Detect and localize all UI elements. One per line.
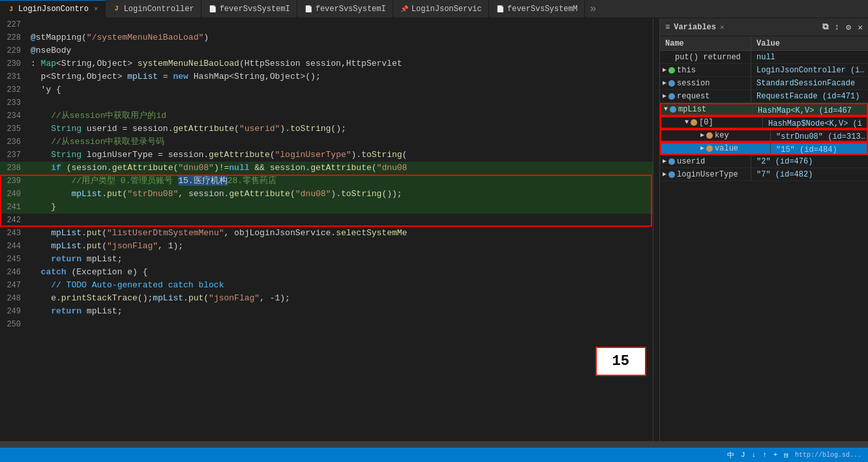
panel-close-x[interactable]: ✕ [720,23,725,31]
line-content-235: String userid = session.getAttribute("us… [27,123,653,136]
var-value-loginUserType: "7" (id=482) [751,168,868,180]
var-name-put-returned: put() returned [660,51,751,63]
panel-settings-btn[interactable]: ⚙ [846,22,851,33]
tab-feverSvsSystemI2[interactable]: 📄 feverSvsSystemI [297,0,393,18]
code-line-228: 228 @stMapping("/systemMenuNeiBaoLoad") [0,31,653,44]
var-name-userid: ▶ userid [660,155,751,167]
var-name-loginUserType: ▶ loginUserType [660,168,751,180]
expand-arrow-key[interactable]: ▶ [700,130,704,141]
dot-icon-loginUserType [668,171,675,178]
editor-area: 227 228 @stMapping("/systemMenuNeiBaoLoa… [0,18,653,448]
var-row-session[interactable]: ▶ session StandardSessionFacade [660,77,868,90]
line-content-234: //从session中获取用户的id [27,109,653,123]
line-content-241: } [27,201,653,214]
var-row-request[interactable]: ▶ request RequestFacade (id=471) [660,90,868,103]
var-value-mpList: HashMap<K,V> (id=467 [753,104,867,115]
code-line-233: 233 [0,96,653,109]
status-item-j: J [741,451,745,459]
line-content-227 [27,18,653,31]
var-name-value: ▶ value [680,143,771,154]
tab-icon-loginJsonContro: J [7,5,16,14]
editor-scrollbar[interactable] [653,18,659,448]
tab-label-feverSvsSystemI2: feverSvsSystemI [316,5,386,14]
var-row-0[interactable]: ▼ [0] HashMap$Node<K,V> (i [660,116,868,129]
code-line-243: 243 mpList.put("listUserDtmSystemMenu", … [0,227,653,240]
line-number-238: 238 [0,162,27,175]
var-row-put-returned[interactable]: put() returned null [660,51,868,64]
status-url: http://blog.sd... [795,452,861,459]
line-content-244: mpList.put("jsonFlag", 1); [27,240,653,253]
code-lines: 227 228 @stMapping("/systemMenuNeiBaoLoa… [0,18,653,448]
var-value-key: "strDnu08" (id=3132) [771,130,867,141]
panel-header: ≡ Variables ✕ ⧉ ↕ ⚙ ✕ [660,18,868,36]
dot-icon-mpList [670,106,676,113]
var-row-this[interactable]: ▶ this LoginJsonController (id= [660,64,868,77]
dot-icon-request [668,93,675,100]
code-line-237: 237 String loginUserType = session.getAt… [0,149,653,162]
line-number-245: 245 [0,253,27,266]
expand-arrow-mpList[interactable]: ▼ [664,104,668,115]
status-item-minus: ⊟ [784,451,788,459]
var-row-mpList[interactable]: ▼ mpList HashMap<K,V> (id=467 [660,103,868,116]
expand-arrow-request[interactable]: ▶ [663,90,666,102]
var-label-key: key [715,130,729,141]
panel-expand-btn[interactable]: ↕ [835,22,840,32]
line-number-233: 233 [0,96,27,109]
tab-label-feverSvsSystemI1: feverSvsSystemI [220,5,290,14]
tab-close-loginJsonContro[interactable]: × [94,5,98,13]
status-item-up: ↑ [762,451,767,459]
code-line-230: 230 : Map<String,Object> systemMenuNeiBa… [0,57,653,70]
line-number-241: 241 [0,201,27,214]
panel-minimize-btn[interactable]: ⧉ [822,22,828,32]
dot-icon-key [706,132,713,139]
tab-loginController[interactable]: J LoginController [106,0,202,18]
variables-hscrollbar[interactable] [0,441,868,448]
tab-icon-feverSvsSystemM: 📄 [496,5,505,14]
var-label-value: value [715,143,738,154]
var-value-0: HashMap$Node<K,V> (i [763,117,867,128]
expand-arrow-value[interactable]: ▶ [700,143,704,154]
var-name-session: ▶ session [660,77,751,89]
line-number-237: 237 [0,149,27,162]
dot-icon-userid [668,158,675,165]
panel-close-btn[interactable]: ✕ [858,22,863,33]
var-row-userid[interactable]: ▶ userid "2" (id=476) [660,155,868,168]
expand-arrow-0[interactable]: ▼ [685,117,689,128]
line-content-240: mpList.put("strDnu08", session.getAttrib… [27,188,653,201]
line-number-229: 229 [0,44,27,57]
line-content-230: : Map<String,Object> systemMenuNeiBaoLoa… [27,57,653,70]
tab-overflow[interactable]: » [585,3,602,15]
tab-icon-feverSvsSystemI1: 📄 [208,5,217,14]
expand-arrow-userid[interactable]: ▶ [663,155,666,167]
dot-icon-0 [691,119,697,126]
line-content-228: @stMapping("/systemMenuNeiBaoLoad") [27,31,653,44]
var-value-put-returned: null [751,51,868,63]
line-content-248: e.printStackTrace();mpList.put("jsonFlag… [27,292,653,305]
code-line-239: 239 //用户类型 0.管理员账号 15.医疗机构28.零售药店 [0,175,653,188]
expand-arrow-session[interactable]: ▶ [663,77,666,89]
expand-arrow-loginUserType[interactable]: ▶ [663,168,666,180]
tab-icon-feverSvsSystemI2: 📄 [304,5,313,14]
line-content-238: if (session.getAttribute("dnu08")!=null … [27,162,653,175]
code-line-242: 242 [0,214,653,227]
var-row-value[interactable]: ▶ value "15" (id=484) [660,142,868,155]
code-line-227: 227 [0,18,653,31]
var-row-key[interactable]: ▶ key "strDnu08" (id=3132) [660,129,868,142]
line-number-227: 227 [0,18,27,31]
variables-panel: ≡ Variables ✕ ⧉ ↕ ⚙ ✕ Name Value [659,18,868,448]
var-table-header: Name Value [660,36,868,51]
tab-loginJsonContro[interactable]: J LoginJsonContro × [0,0,106,18]
var-row-loginUserType[interactable]: ▶ loginUserType "7" (id=482) [660,168,868,181]
tab-loginJsonServic[interactable]: 📌 LoginJsonServic [393,0,489,18]
var-value-session: StandardSessionFacade [751,77,868,89]
line-number-250: 250 [0,318,27,331]
line-content-246: catch (Exception e) { [27,266,653,279]
tab-feverSvsSystemM[interactable]: 📄 feverSvsSystemM [489,0,585,18]
line-content-229: @nseBody [27,44,653,57]
line-number-236: 236 [0,136,27,149]
var-name-key: ▶ key [680,130,771,141]
panel-title-text: Variables [674,23,716,32]
var-label-loginUserType: loginUserType [677,168,738,180]
expand-arrow-this[interactable]: ▶ [663,64,666,76]
tab-feverSvsSystemI1[interactable]: 📄 feverSvsSystemI [202,0,297,18]
